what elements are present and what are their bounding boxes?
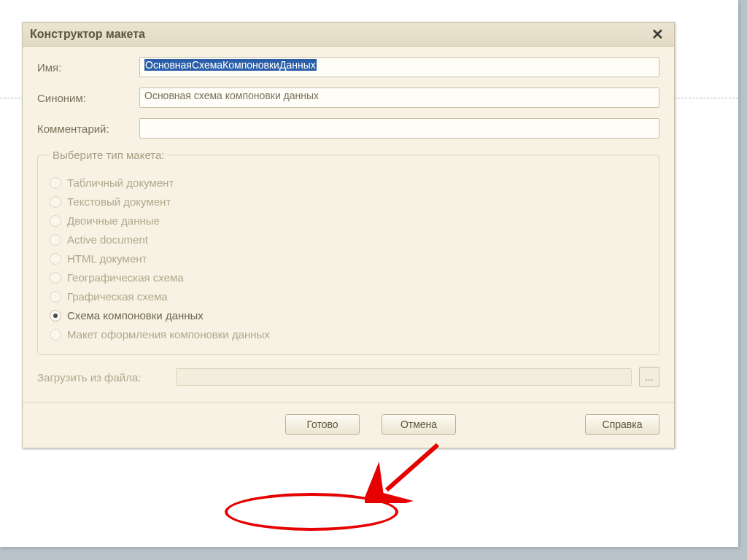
help-button[interactable]: Справка (585, 414, 659, 435)
radio-icon (50, 329, 61, 341)
radio-icon (50, 215, 61, 227)
browse-button: ... (639, 367, 659, 387)
row-load-file: Загрузить из файла: ... (37, 367, 659, 387)
radio-option: HTML документ (50, 252, 647, 265)
radio-option: Графическая схема (50, 290, 647, 303)
radio-option[interactable]: Схема компоновки данных (50, 309, 647, 322)
radio-label: Двоичные данные (67, 214, 160, 227)
page-background: Конструктор макета ✕ Имя: ОсновнаяСхемаК… (0, 0, 747, 560)
radio-icon (50, 196, 61, 208)
radio-label: Графическая схема (67, 290, 168, 303)
layout-constructor-dialog: Конструктор макета ✕ Имя: ОсновнаяСхемаК… (22, 22, 675, 448)
radio-label: HTML документ (67, 252, 147, 265)
synonym-field[interactable]: Основная схема компоновки данных (139, 88, 659, 108)
radio-option: Табличный документ (50, 176, 647, 189)
button-row: Готово Отмена Справка (23, 402, 674, 448)
radio-icon (50, 177, 61, 189)
radio-icon (50, 291, 61, 303)
comment-label: Комментарий: (37, 122, 139, 135)
name-label: Имя: (37, 61, 139, 74)
dialog-titlebar: Конструктор макета ✕ (23, 23, 674, 47)
dialog-body: Имя: ОсновнаяСхемаКомпоновкиДанных Синон… (23, 47, 674, 402)
done-button[interactable]: Готово (285, 414, 360, 435)
radio-option: Двоичные данные (50, 214, 647, 227)
load-label: Загрузить из файла: (37, 371, 169, 384)
load-file-field (176, 368, 632, 386)
radio-label: Схема компоновки данных (67, 309, 204, 322)
svg-line-0 (387, 445, 438, 490)
radio-group: Табличный документТекстовый документДвои… (50, 176, 647, 341)
radio-icon (50, 272, 61, 284)
type-fieldset: Выберите тип макета: Табличный документТ… (37, 149, 659, 355)
type-legend: Выберите тип макета: (50, 149, 167, 161)
annotation-ellipse (225, 493, 398, 531)
dialog-title: Конструктор макета (30, 28, 145, 41)
cancel-button[interactable]: Отмена (382, 414, 456, 435)
radio-icon (50, 234, 61, 246)
row-comment: Комментарий: (37, 118, 659, 139)
radio-label: Текстовый документ (67, 195, 171, 208)
radio-option: Географическая схема (50, 271, 647, 284)
close-icon[interactable]: ✕ (649, 27, 667, 42)
radio-label: Макет оформления компоновки данных (67, 328, 270, 341)
synonym-label: Синоним: (37, 92, 139, 104)
comment-field[interactable] (139, 118, 659, 139)
row-synonym: Синоним: Основная схема компоновки данны… (37, 88, 659, 108)
radio-label: Active document (67, 233, 148, 246)
row-name: Имя: ОсновнаяСхемаКомпоновкиДанных (37, 57, 659, 77)
slide-frame: Конструктор макета ✕ Имя: ОсновнаяСхемаК… (0, 0, 738, 547)
radio-option: Макет оформления компоновки данных (50, 328, 647, 341)
radio-label: Географическая схема (67, 271, 184, 284)
name-field[interactable]: ОсновнаяСхемаКомпоновкиДанных (139, 57, 659, 77)
radio-icon (50, 253, 61, 265)
radio-icon (50, 310, 61, 322)
radio-option: Active document (50, 233, 647, 246)
radio-label: Табличный документ (67, 176, 174, 189)
radio-option: Текстовый документ (50, 195, 647, 208)
